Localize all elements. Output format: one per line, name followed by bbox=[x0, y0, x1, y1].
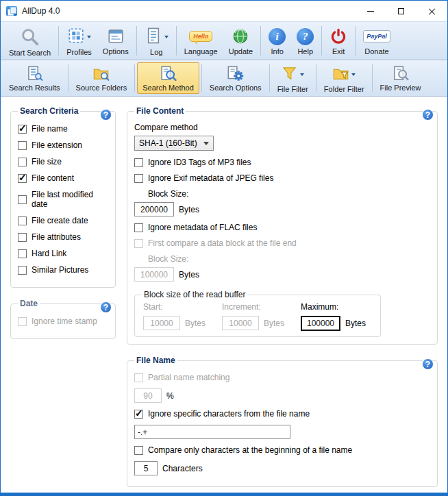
toolbar-options[interactable]: Options bbox=[97, 24, 134, 58]
block-size-row: Bytes bbox=[134, 202, 430, 216]
nav-folder-filter[interactable]: Folder Filter bbox=[319, 62, 370, 94]
checkbox-file-size[interactable]: File size bbox=[18, 157, 108, 166]
nav-label: Folder Filter bbox=[324, 85, 364, 93]
checkbox-box[interactable] bbox=[18, 216, 27, 225]
toolbar-label: Start Search bbox=[9, 49, 51, 57]
options-icon bbox=[107, 27, 125, 46]
checkbox-box[interactable] bbox=[18, 266, 27, 275]
nav-search-results[interactable]: Search Results bbox=[3, 62, 66, 94]
toolbar-info[interactable]: i Info bbox=[263, 24, 291, 58]
toolbar-separator bbox=[136, 26, 137, 55]
checkbox-compare-beginning-characters[interactable]: Compare only characters at the beginning… bbox=[134, 445, 430, 455]
checkbox-ignore-id3[interactable]: Ignore ID3 Tags of MP3 files bbox=[134, 158, 430, 167]
end-block-size-label: Block Size: bbox=[148, 254, 430, 264]
ignore-characters-row bbox=[134, 425, 430, 439]
search-method-icon bbox=[160, 65, 177, 82]
checkbox-file-name[interactable]: File name bbox=[18, 124, 108, 134]
checkbox-first-compare-end-block[interactable]: First compare a data block at the file e… bbox=[134, 238, 430, 248]
right-column: File Content ? Compare method SHA-1 (160… bbox=[127, 106, 438, 493]
main-toolbar: Start Search Profiles Options bbox=[1, 21, 447, 60]
maximum-input[interactable] bbox=[301, 316, 340, 331]
chevron-down-icon bbox=[300, 73, 304, 76]
help-icon[interactable]: ? bbox=[422, 109, 434, 121]
toolbar-exit[interactable]: Exit bbox=[324, 24, 353, 58]
end-block-size-input[interactable] bbox=[134, 267, 174, 282]
checkbox-box[interactable] bbox=[18, 195, 27, 204]
checkbox-ignore-flac[interactable]: Ignore metadata of FLAC files bbox=[134, 223, 430, 232]
checkbox-label: File content bbox=[32, 173, 74, 183]
read-buffer-title: Block size of the read buffer bbox=[142, 290, 248, 299]
beginning-characters-input[interactable] bbox=[134, 461, 158, 475]
checkbox-box[interactable] bbox=[134, 174, 143, 183]
partial-percent-input[interactable] bbox=[134, 388, 162, 403]
checkbox-label: File extension bbox=[32, 140, 82, 150]
checkbox-file-content[interactable]: File content bbox=[18, 173, 108, 183]
group-title: File Content bbox=[134, 106, 186, 116]
close-icon bbox=[428, 8, 436, 15]
close-button[interactable] bbox=[416, 1, 447, 21]
toolbar-start-search[interactable]: Start Search bbox=[3, 24, 56, 58]
checkbox-box[interactable] bbox=[18, 249, 27, 258]
checkbox-box[interactable] bbox=[134, 373, 143, 382]
checkbox-label: First compare a data block at the file e… bbox=[148, 238, 297, 248]
checkbox-box[interactable] bbox=[18, 158, 27, 166]
checkbox-ignore-exif[interactable]: Ignore Exif metadata of JPEG files bbox=[134, 173, 430, 183]
nav-source-folders[interactable]: Source Folders bbox=[71, 62, 133, 94]
toolbar-separator bbox=[260, 26, 261, 55]
buffer-start-col: Start: Bytes bbox=[143, 301, 206, 331]
increment-input[interactable] bbox=[222, 316, 259, 330]
checkbox-file-extension[interactable]: File extension bbox=[18, 140, 108, 150]
checkbox-label: File create date bbox=[32, 216, 88, 225]
bytes-unit-label: Bytes bbox=[179, 270, 199, 280]
checkbox-box[interactable] bbox=[18, 125, 27, 134]
toolbar-label: Update bbox=[229, 47, 253, 55]
nav-search-options[interactable]: Search Options bbox=[204, 62, 267, 94]
ignore-characters-input[interactable] bbox=[134, 425, 290, 439]
nav-search-method[interactable]: Search Method bbox=[137, 62, 199, 94]
help-icon[interactable]: ? bbox=[100, 301, 112, 313]
checkbox-box[interactable] bbox=[18, 141, 27, 150]
checkbox-ignore-specific-characters[interactable]: Ignore specific characters from the file… bbox=[134, 409, 430, 419]
checkbox-file-last-modified-date[interactable]: File last modified date bbox=[18, 190, 108, 209]
search-results-icon bbox=[26, 65, 43, 82]
checkbox-label: Hard Link bbox=[32, 249, 66, 258]
minimize-button[interactable] bbox=[355, 1, 386, 21]
start-input[interactable] bbox=[143, 316, 180, 330]
checkbox-partial-name-matching[interactable]: Partial name matching bbox=[134, 373, 430, 382]
nav-file-filter[interactable]: File Filter bbox=[272, 62, 314, 94]
checkbox-box[interactable] bbox=[18, 233, 27, 242]
checkbox-box[interactable] bbox=[134, 446, 143, 455]
characters-unit-label: Characters bbox=[162, 464, 203, 473]
checkbox-label: Partial name matching bbox=[148, 373, 229, 382]
block-size-input[interactable] bbox=[134, 202, 174, 216]
group-title: File Name bbox=[134, 356, 177, 365]
checkbox-box[interactable] bbox=[18, 317, 27, 326]
checkbox-file-create-date[interactable]: File create date bbox=[18, 216, 108, 225]
checkbox-box[interactable] bbox=[134, 239, 143, 248]
toolbar-separator bbox=[68, 64, 69, 92]
checkbox-similar-pictures[interactable]: Similar Pictures bbox=[18, 265, 108, 275]
compare-method-select[interactable]: SHA-1 (160-Bit) bbox=[134, 136, 214, 151]
toolbar-separator bbox=[355, 26, 356, 55]
checkbox-box[interactable] bbox=[134, 410, 143, 419]
toolbar-update[interactable]: Update bbox=[223, 24, 258, 58]
checkbox-box[interactable] bbox=[18, 174, 27, 183]
file-filter-funnel-icon bbox=[281, 65, 298, 84]
help-icon[interactable]: ? bbox=[100, 109, 112, 121]
maximize-button[interactable] bbox=[386, 1, 416, 21]
checkbox-box[interactable] bbox=[134, 223, 143, 232]
help-icon[interactable]: ? bbox=[422, 358, 434, 370]
checkbox-file-attributes[interactable]: File attributes bbox=[18, 232, 108, 242]
checkbox-hard-link[interactable]: Hard Link bbox=[18, 249, 108, 258]
nav-file-preview[interactable]: File Preview bbox=[375, 62, 427, 94]
toolbar-language[interactable]: Hello Language bbox=[179, 24, 223, 58]
toolbar-profiles[interactable]: Profiles bbox=[61, 24, 97, 58]
nav-toolbar: Search Results Source Folders Search Met… bbox=[1, 60, 447, 97]
toolbar-help[interactable]: ? Help bbox=[291, 24, 319, 58]
toolbar-label: Donate bbox=[364, 47, 388, 55]
toolbar-donate[interactable]: PayPal Donate bbox=[358, 24, 396, 58]
checkbox-box[interactable] bbox=[134, 158, 143, 167]
toolbar-label: Exit bbox=[332, 47, 345, 55]
toolbar-log[interactable]: Log bbox=[139, 24, 174, 58]
checkbox-ignore-time-stamp[interactable]: Ignore time stamp bbox=[18, 317, 108, 326]
